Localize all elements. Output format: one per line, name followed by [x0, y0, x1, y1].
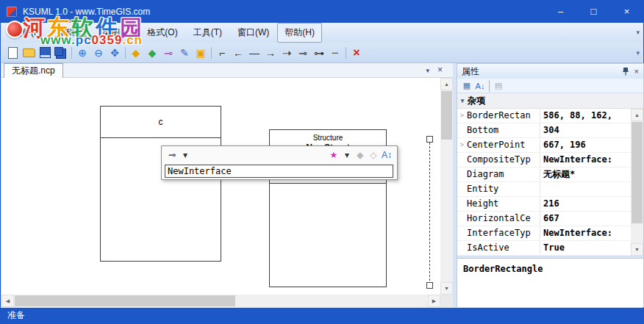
menu-item[interactable]: 文件(F) — [6, 23, 49, 43]
dropdown-icon[interactable]: ▾ — [180, 148, 190, 162]
new-button[interactable] — [4, 45, 21, 61]
dashed-arrow-button[interactable]: ⇢ — [279, 45, 295, 61]
dropdown-icon[interactable]: ▾ — [342, 148, 352, 162]
circle-end-line-button[interactable]: ⊸ — [295, 45, 311, 61]
property-value[interactable]: 304 — [540, 123, 631, 137]
minimize-button[interactable]: – — [544, 1, 577, 23]
tab-list-dropdown-icon[interactable]: ▾ — [426, 67, 429, 74]
property-pages-button[interactable]: ▤ — [492, 80, 505, 92]
property-value[interactable]: 216 — [540, 197, 631, 211]
property-row[interactable]: IsActive True — [457, 241, 643, 256]
zoom-in-button[interactable]: ⊕ — [74, 45, 90, 61]
canvas-vertical-scrollbar[interactable]: ▲ ▼ — [440, 78, 453, 295]
property-row[interactable]: Height 216 — [457, 197, 643, 212]
property-value[interactable]: 667, 196 — [540, 138, 631, 152]
selection-handle-top[interactable] — [426, 136, 433, 143]
zoom-fit-button[interactable]: ✥ — [107, 45, 123, 61]
add-member-icon[interactable]: ★ — [329, 148, 339, 162]
connector-button[interactable]: ⊸ — [160, 45, 176, 61]
menubar-overflow-icon[interactable]: ▾ — [636, 29, 640, 36]
property-row[interactable]: InterfaceTyp NewInterface: — [457, 226, 643, 241]
circle-start-line-button[interactable]: ⊶ — [311, 45, 327, 61]
grid-scroll-down-icon[interactable]: ▼ — [631, 243, 643, 256]
separator[interactable] — [487, 80, 492, 92]
elbow-connector-button[interactable]: ⌐ — [214, 45, 230, 61]
member-alt-icon[interactable]: ◇ — [368, 148, 379, 162]
property-row[interactable]: Bottom 304 — [457, 123, 643, 138]
scroll-down-icon[interactable]: ▼ — [440, 282, 453, 295]
property-value[interactable]: NewInterface: — [540, 226, 631, 240]
property-row[interactable]: Entity — [457, 182, 643, 197]
zoom-out-button[interactable]: ⊖ — [90, 45, 107, 61]
expand-icon[interactable] — [457, 123, 467, 137]
scroll-right-icon[interactable]: ▶ — [428, 295, 440, 307]
property-value[interactable]: 586, 88, 162, — [540, 109, 631, 123]
uml-class-box[interactable]: c — [100, 106, 221, 262]
close-button[interactable]: × — [610, 1, 643, 23]
shape-button[interactable]: ◆ — [128, 45, 144, 61]
expand-icon[interactable] — [457, 182, 467, 196]
edit-button[interactable]: ✎ — [176, 45, 193, 61]
expand-icon[interactable] — [457, 168, 467, 181]
expand-icon[interactable] — [457, 212, 467, 226]
property-row[interactable]: HorizontalCe 667 — [457, 212, 643, 226]
separator[interactable] — [123, 46, 128, 60]
vertical-scroll-thumb[interactable] — [441, 91, 452, 140]
expand-icon[interactable] — [457, 241, 467, 255]
tab-untitled-ncp[interactable]: 无标题.ncp — [4, 63, 63, 78]
interface-name-input[interactable] — [165, 165, 393, 178]
grid-scroll-thumb[interactable] — [632, 122, 643, 223]
expand-icon[interactable]: > — [457, 138, 467, 152]
arrow-left-button[interactable]: ← — [230, 45, 246, 61]
expand-icon[interactable] — [457, 197, 467, 211]
expand-icon[interactable] — [457, 153, 467, 167]
maximize-button[interactable]: □ — [577, 1, 610, 23]
shape-green-button[interactable]: ◆ — [144, 45, 160, 61]
open-button[interactable] — [21, 45, 37, 61]
selection-handle-bottom[interactable] — [426, 282, 433, 289]
save-button[interactable] — [37, 45, 53, 61]
property-value[interactable]: NewInterface: — [540, 153, 631, 167]
property-row[interactable]: CompositeTyp NewInterface: — [457, 153, 643, 168]
connector-icon[interactable]: ⊸ — [167, 148, 177, 162]
alphabetical-button[interactable]: A↓ — [473, 80, 487, 92]
pin-icon[interactable] — [622, 67, 629, 76]
property-value[interactable] — [540, 182, 631, 196]
canvas-horizontal-scrollbar[interactable]: ◀ ▶ — [1, 295, 440, 307]
expand-icon[interactable]: > — [457, 109, 467, 123]
scroll-up-icon[interactable]: ▲ — [440, 78, 453, 90]
panel-close-icon[interactable]: × — [634, 67, 639, 76]
property-value[interactable]: 667 — [540, 212, 631, 226]
menu-item[interactable]: 编辑(E) — [50, 23, 94, 43]
expand-icon[interactable] — [457, 226, 467, 240]
property-row[interactable]: > BorderRectan 586, 88, 162, — [457, 109, 643, 123]
menu-item[interactable]: 窗口(W) — [230, 23, 276, 43]
note-button[interactable]: ▣ — [193, 45, 209, 61]
menu-item[interactable]: 工具(T) — [186, 23, 229, 43]
line-button[interactable]: — — [246, 45, 262, 61]
save-all-button[interactable] — [53, 45, 69, 61]
category-collapse-icon[interactable]: ▾ — [457, 97, 468, 104]
separator[interactable] — [343, 46, 348, 60]
grid-scroll-up-icon[interactable]: ▲ — [631, 109, 643, 121]
horizontal-scroll-thumb[interactable] — [15, 295, 235, 306]
diagram-canvas[interactable]: c Structure NewStruct ⊸ ▾ — [1, 78, 440, 295]
member-icon[interactable]: ◆ — [355, 148, 365, 162]
menu-item[interactable]: 类图(V) — [95, 23, 139, 43]
tab-close-icon[interactable]: × — [437, 65, 443, 75]
sort-icon[interactable]: A↕ — [382, 148, 392, 162]
property-row[interactable]: > CenterPoint 667, 196 — [457, 138, 643, 153]
property-value[interactable]: True — [540, 241, 631, 255]
menu-item[interactable]: 帮助(H) — [277, 23, 322, 43]
property-value[interactable]: 无标题* — [540, 168, 631, 181]
arrow-right-button[interactable]: → — [262, 45, 279, 61]
separator[interactable] — [209, 46, 214, 60]
category-row-misc[interactable]: ▾ 杂项 — [457, 93, 643, 109]
categorized-button[interactable]: ▦ — [460, 80, 473, 92]
dashed-line-button[interactable]: ┄ — [327, 45, 343, 61]
scroll-left-icon[interactable]: ◀ — [1, 295, 14, 307]
delete-button[interactable]: × — [348, 45, 365, 61]
property-row[interactable]: Diagram 无标题* — [457, 168, 643, 182]
menu-item[interactable]: 格式(O) — [140, 23, 185, 43]
separator[interactable] — [69, 46, 74, 60]
